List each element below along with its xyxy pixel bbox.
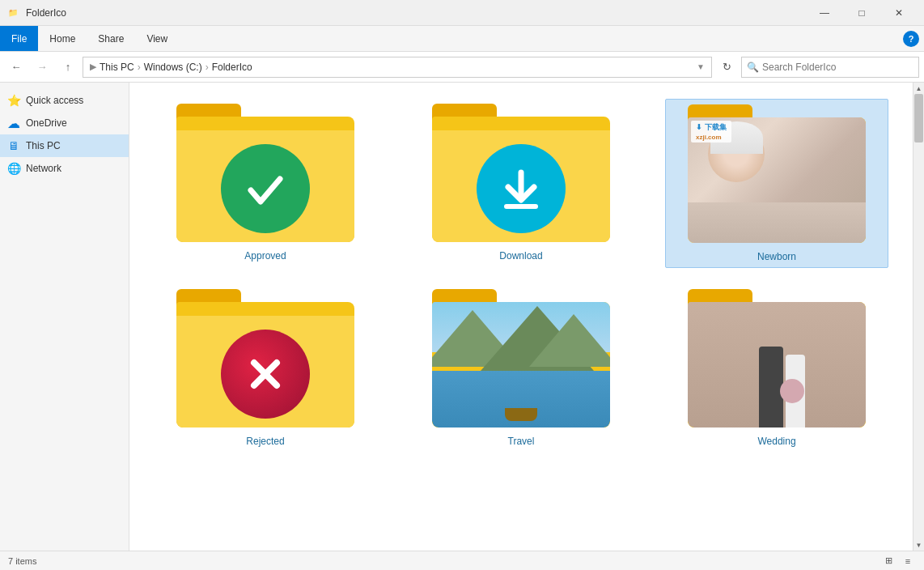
tab-share[interactable]: Share <box>87 26 135 51</box>
minimize-button[interactable]: — <box>806 0 843 26</box>
title-bar-icons: 📁 <box>6 6 19 19</box>
search-input[interactable] <box>762 62 913 73</box>
ribbon: File Home Share View ? <box>0 26 924 52</box>
folder-body-rejected <box>176 302 354 428</box>
tab-home[interactable]: Home <box>38 26 87 51</box>
sidebar-item-onedrive[interactable]: ☁ OneDrive <box>0 112 129 134</box>
download-icon <box>497 164 545 213</box>
folder-label-newborn: Newborn <box>757 251 796 262</box>
folder-body-travel <box>432 302 610 428</box>
large-icons-view-button[interactable]: ⊞ <box>880 553 896 569</box>
scroll-down-button[interactable]: ▼ <box>913 539 925 551</box>
folder-shape-approved <box>176 104 354 245</box>
breadcrumb-this-pc[interactable]: This PC <box>100 62 134 73</box>
close-button[interactable]: ✕ <box>880 0 918 26</box>
folder-shape-wedding <box>688 289 866 431</box>
folder-label-travel: Travel <box>508 436 535 447</box>
folder-shape-newborn: ⬇ 下载集xzji.com <box>688 104 866 246</box>
sidebar-label-this-pc: This PC <box>26 140 61 151</box>
folder-rejected[interactable]: Rejected <box>154 284 377 452</box>
quick-access-icon: ⭐ <box>6 94 21 107</box>
breadcrumb-folderico[interactable]: FolderIco <box>212 62 252 73</box>
scroll-track[interactable] <box>913 94 924 539</box>
address-bar: ← → ↑ ▶ This PC › Windows (C:) › FolderI… <box>0 52 924 83</box>
search-box: 🔍 <box>741 57 919 78</box>
folders-grid: Approved <box>154 99 888 452</box>
folder-body-download <box>432 117 610 242</box>
search-icon: 🔍 <box>747 62 759 73</box>
breadcrumb-icon: ▶ <box>90 62 96 72</box>
item-count: 7 items <box>8 556 36 566</box>
refresh-button[interactable]: ↻ <box>715 56 738 79</box>
cross-icon <box>241 350 290 398</box>
view-controls: ⊞ ≡ <box>880 553 916 569</box>
scroll-up-button[interactable]: ▲ <box>913 83 925 94</box>
folder-body-newborn: ⬇ 下载集xzji.com <box>688 117 866 243</box>
sidebar-label-network: Network <box>26 163 61 174</box>
back-button[interactable]: ← <box>5 56 28 79</box>
folder-label-approved: Approved <box>244 250 286 262</box>
folder-approved[interactable]: Approved <box>154 99 377 268</box>
up-button[interactable]: ↑ <box>57 56 79 79</box>
this-pc-icon: 🖥 <box>6 139 21 152</box>
sidebar-item-this-pc[interactable]: 🖥 This PC <box>0 134 129 157</box>
folder-label-wedding: Wedding <box>757 436 795 447</box>
network-icon: 🌐 <box>6 162 21 175</box>
rejected-icon-circle <box>221 330 310 419</box>
forward-button[interactable]: → <box>31 56 53 79</box>
folder-label-download: Download <box>499 250 542 262</box>
scrollbar[interactable]: ▲ ▼ <box>913 83 924 551</box>
folder-newborn[interactable]: ⬇ 下载集xzji.com Newborn <box>665 99 888 268</box>
breadcrumb-sep1: › <box>138 62 141 73</box>
maximize-button[interactable]: □ <box>843 0 880 26</box>
scroll-thumb[interactable] <box>914 94 923 142</box>
approved-icon-circle <box>221 144 310 233</box>
tab-file[interactable]: File <box>0 26 38 51</box>
breadcrumb-windows[interactable]: Windows (C:) <box>144 62 202 73</box>
folder-label-rejected: Rejected <box>246 436 284 447</box>
breadcrumb-sep2: › <box>206 62 209 73</box>
sidebar-item-quick-access[interactable]: ⭐ Quick access <box>0 89 129 112</box>
list-view-button[interactable]: ≡ <box>900 553 916 569</box>
help-button[interactable]: ? <box>903 31 919 47</box>
address-path[interactable]: ▶ This PC › Windows (C:) › FolderIco ▼ <box>83 57 712 78</box>
address-dropdown[interactable]: ▼ <box>697 62 705 71</box>
folder-wedding[interactable]: Wedding <box>665 284 888 452</box>
sidebar-item-network[interactable]: 🌐 Network <box>0 157 129 180</box>
folder-body-wedding <box>688 302 866 428</box>
folder-shape-download <box>432 104 610 245</box>
folder-download[interactable]: Download <box>409 99 633 268</box>
status-bar: 7 items ⊞ ≡ <box>0 551 924 570</box>
tab-view[interactable]: View <box>135 26 179 51</box>
sidebar: ⭐ Quick access ☁ OneDrive 🖥 This PC 🌐 Ne… <box>0 83 129 551</box>
folder-shape-travel <box>432 289 610 431</box>
sidebar-label-onedrive: OneDrive <box>26 117 67 129</box>
folder-shape-rejected <box>176 289 354 431</box>
download-icon-circle <box>477 144 566 233</box>
checkmark-icon <box>241 164 290 213</box>
content-area: Approved <box>129 83 913 551</box>
window-title: FolderIco <box>26 7 66 19</box>
folder-body-approved <box>176 117 354 242</box>
window-controls: — □ ✕ <box>806 0 918 26</box>
main-layout: ⭐ Quick access ☁ OneDrive 🖥 This PC 🌐 Ne… <box>0 83 924 551</box>
onedrive-icon: ☁ <box>6 116 21 131</box>
window-icon: 📁 <box>6 6 19 19</box>
title-bar: 📁 FolderIco — □ ✕ <box>0 0 924 26</box>
sidebar-label-quick-access: Quick access <box>26 95 83 106</box>
folder-travel[interactable]: Travel <box>409 284 633 452</box>
